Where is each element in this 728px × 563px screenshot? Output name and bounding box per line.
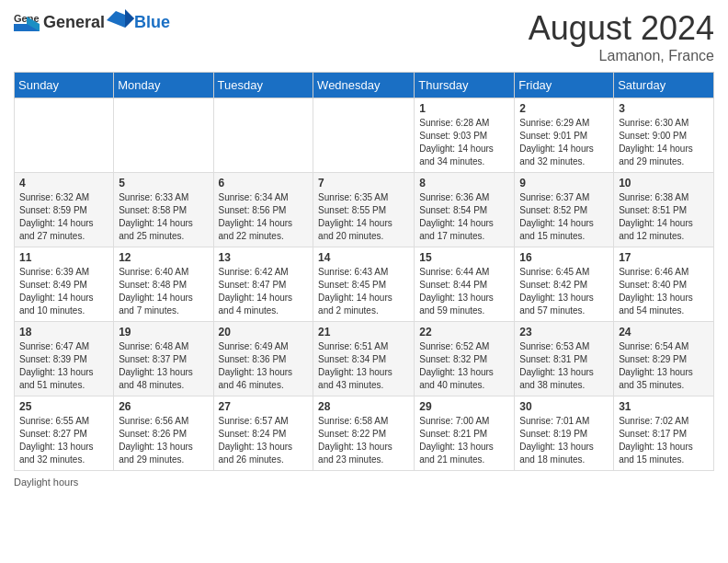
calendar-cell: 23Sunrise: 6:53 AMSunset: 8:31 PMDayligh… <box>515 322 614 396</box>
day-info: Sunrise: 6:52 AMSunset: 8:32 PMDaylight:… <box>419 340 509 392</box>
calendar-cell: 25Sunrise: 6:55 AMSunset: 8:27 PMDayligh… <box>15 396 114 471</box>
calendar-cell: 12Sunrise: 6:40 AMSunset: 8:48 PMDayligh… <box>114 247 213 322</box>
day-number: 11 <box>19 251 108 264</box>
day-number: 10 <box>619 177 709 190</box>
week-row-5: 25Sunrise: 6:55 AMSunset: 8:27 PMDayligh… <box>15 396 714 471</box>
week-row-2: 4Sunrise: 6:32 AMSunset: 8:59 PMDaylight… <box>15 173 714 247</box>
calendar-cell: 7Sunrise: 6:35 AMSunset: 8:55 PMDaylight… <box>313 173 415 247</box>
day-info: Sunrise: 6:37 AMSunset: 8:52 PMDaylight:… <box>519 191 609 243</box>
day-info: Sunrise: 6:48 AMSunset: 8:37 PMDaylight:… <box>119 340 208 392</box>
day-info: Sunrise: 6:36 AMSunset: 8:54 PMDaylight:… <box>419 191 509 243</box>
logo-icon: General <box>14 11 40 31</box>
calendar-cell <box>313 98 415 173</box>
day-info: Sunrise: 6:43 AMSunset: 8:45 PMDaylight:… <box>318 266 409 317</box>
day-info: Sunrise: 6:46 AMSunset: 8:40 PMDaylight:… <box>619 266 709 317</box>
calendar-cell: 20Sunrise: 6:49 AMSunset: 8:36 PMDayligh… <box>213 322 313 396</box>
calendar-cell: 14Sunrise: 6:43 AMSunset: 8:45 PMDayligh… <box>313 247 415 322</box>
day-info: Sunrise: 6:32 AMSunset: 8:59 PMDaylight:… <box>19 191 108 243</box>
day-number: 24 <box>619 326 709 339</box>
day-info: Sunrise: 6:51 AMSunset: 8:34 PMDaylight:… <box>318 340 409 392</box>
calendar-cell: 26Sunrise: 6:56 AMSunset: 8:26 PMDayligh… <box>114 396 213 471</box>
col-header-monday: Monday <box>114 73 213 98</box>
calendar-cell: 19Sunrise: 6:48 AMSunset: 8:37 PMDayligh… <box>114 322 213 396</box>
calendar-cell: 8Sunrise: 6:36 AMSunset: 8:54 PMDaylight… <box>415 173 515 247</box>
days-header-row: SundayMondayTuesdayWednesdayThursdayFrid… <box>15 73 714 98</box>
calendar-cell: 30Sunrise: 7:01 AMSunset: 8:19 PMDayligh… <box>515 396 614 471</box>
day-number: 14 <box>318 251 409 264</box>
calendar-cell: 18Sunrise: 6:47 AMSunset: 8:39 PMDayligh… <box>15 322 114 396</box>
col-header-thursday: Thursday <box>415 73 515 98</box>
calendar-cell: 28Sunrise: 6:58 AMSunset: 8:22 PMDayligh… <box>313 396 415 471</box>
day-number: 17 <box>619 251 709 264</box>
day-number: 2 <box>519 102 609 115</box>
calendar-cell: 3Sunrise: 6:30 AMSunset: 9:00 PMDaylight… <box>614 98 714 173</box>
day-info: Sunrise: 6:54 AMSunset: 8:29 PMDaylight:… <box>619 340 709 392</box>
day-info: Sunrise: 6:53 AMSunset: 8:31 PMDaylight:… <box>519 340 609 392</box>
day-info: Sunrise: 6:56 AMSunset: 8:26 PMDaylight:… <box>119 415 208 466</box>
calendar-cell: 24Sunrise: 6:54 AMSunset: 8:29 PMDayligh… <box>614 322 714 396</box>
calendar-cell: 21Sunrise: 6:51 AMSunset: 8:34 PMDayligh… <box>313 322 415 396</box>
calendar-cell: 17Sunrise: 6:46 AMSunset: 8:40 PMDayligh… <box>614 247 714 322</box>
day-number: 25 <box>19 400 108 413</box>
col-header-sunday: Sunday <box>15 73 114 98</box>
calendar-cell: 10Sunrise: 6:38 AMSunset: 8:51 PMDayligh… <box>614 173 714 247</box>
day-number: 8 <box>419 177 509 190</box>
calendar-cell: 29Sunrise: 7:00 AMSunset: 8:21 PMDayligh… <box>415 396 515 471</box>
calendar-cell: 5Sunrise: 6:33 AMSunset: 8:58 PMDaylight… <box>114 173 213 247</box>
day-info: Sunrise: 6:58 AMSunset: 8:22 PMDaylight:… <box>318 415 409 466</box>
calendar-cell: 27Sunrise: 6:57 AMSunset: 8:24 PMDayligh… <box>213 396 313 471</box>
day-number: 4 <box>19 177 108 190</box>
logo-text: General Blue <box>43 9 170 32</box>
day-number: 31 <box>619 400 709 413</box>
footer: Daylight hours <box>14 477 714 488</box>
day-info: Sunrise: 6:28 AMSunset: 9:03 PMDaylight:… <box>419 117 509 168</box>
col-header-friday: Friday <box>515 73 614 98</box>
day-number: 18 <box>19 326 108 339</box>
month-year-title: August 2024 <box>529 9 714 48</box>
day-number: 15 <box>419 251 509 264</box>
svg-marker-4 <box>125 9 134 28</box>
day-info: Sunrise: 6:49 AMSunset: 8:36 PMDaylight:… <box>219 340 309 392</box>
col-header-wednesday: Wednesday <box>313 73 415 98</box>
day-number: 30 <box>519 400 609 413</box>
day-number: 9 <box>519 177 609 190</box>
calendar-cell: 22Sunrise: 6:52 AMSunset: 8:32 PMDayligh… <box>415 322 515 396</box>
day-number: 3 <box>619 102 709 115</box>
day-info: Sunrise: 6:44 AMSunset: 8:44 PMDaylight:… <box>419 266 509 317</box>
location-subtitle: Lamanon, France <box>529 48 714 64</box>
day-info: Sunrise: 6:34 AMSunset: 8:56 PMDaylight:… <box>219 191 309 243</box>
day-number: 26 <box>119 400 208 413</box>
day-number: 21 <box>318 326 409 339</box>
day-number: 5 <box>119 177 208 190</box>
day-info: Sunrise: 6:35 AMSunset: 8:55 PMDaylight:… <box>318 191 409 243</box>
day-info: Sunrise: 7:01 AMSunset: 8:19 PMDaylight:… <box>519 415 609 466</box>
day-number: 29 <box>419 400 509 413</box>
day-number: 27 <box>219 400 309 413</box>
day-info: Sunrise: 6:45 AMSunset: 8:42 PMDaylight:… <box>519 266 609 317</box>
day-number: 20 <box>219 326 309 339</box>
logo-general: General <box>43 13 105 32</box>
day-info: Sunrise: 7:00 AMSunset: 8:21 PMDaylight:… <box>419 415 509 466</box>
day-info: Sunrise: 6:38 AMSunset: 8:51 PMDaylight:… <box>619 191 709 243</box>
calendar-cell: 13Sunrise: 6:42 AMSunset: 8:47 PMDayligh… <box>213 247 313 322</box>
day-number: 6 <box>219 177 309 190</box>
week-row-1: 1Sunrise: 6:28 AMSunset: 9:03 PMDaylight… <box>15 98 714 173</box>
calendar-cell: 11Sunrise: 6:39 AMSunset: 8:49 PMDayligh… <box>15 247 114 322</box>
calendar-cell <box>114 98 213 173</box>
day-number: 7 <box>318 177 409 190</box>
calendar-cell: 6Sunrise: 6:34 AMSunset: 8:56 PMDaylight… <box>213 173 313 247</box>
day-number: 19 <box>119 326 208 339</box>
title-area: August 2024 Lamanon, France <box>529 9 714 64</box>
day-number: 1 <box>419 102 509 115</box>
calendar-cell: 2Sunrise: 6:29 AMSunset: 9:01 PMDaylight… <box>515 98 614 173</box>
calendar-cell: 16Sunrise: 6:45 AMSunset: 8:42 PMDayligh… <box>515 247 614 322</box>
header: General General Blue August 2024 Lamanon… <box>14 9 714 64</box>
week-row-4: 18Sunrise: 6:47 AMSunset: 8:39 PMDayligh… <box>15 322 714 396</box>
day-number: 23 <box>519 326 609 339</box>
calendar-cell: 9Sunrise: 6:37 AMSunset: 8:52 PMDaylight… <box>515 173 614 247</box>
day-info: Sunrise: 6:57 AMSunset: 8:24 PMDaylight:… <box>219 415 309 466</box>
calendar-cell <box>15 98 114 173</box>
day-number: 12 <box>119 251 208 264</box>
calendar-cell: 31Sunrise: 7:02 AMSunset: 8:17 PMDayligh… <box>614 396 714 471</box>
logo: General General Blue <box>14 9 170 32</box>
